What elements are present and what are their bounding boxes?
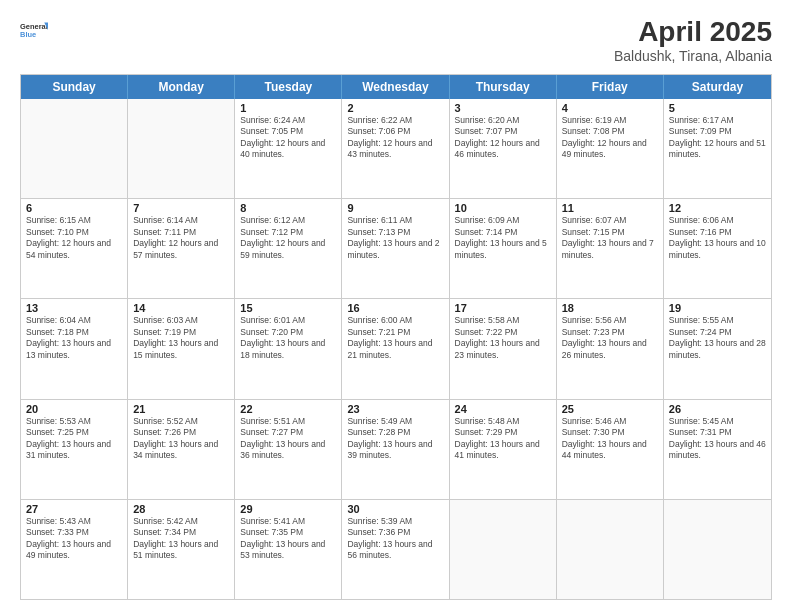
day-cell-2: 2Sunrise: 6:22 AM Sunset: 7:06 PM Daylig… [342, 99, 449, 198]
day-number: 27 [26, 503, 122, 515]
header-cell-saturday: Saturday [664, 75, 771, 99]
header-cell-friday: Friday [557, 75, 664, 99]
day-cell-15: 15Sunrise: 6:01 AM Sunset: 7:20 PM Dayli… [235, 299, 342, 398]
day-number: 26 [669, 403, 766, 415]
day-info: Sunrise: 6:04 AM Sunset: 7:18 PM Dayligh… [26, 315, 122, 361]
day-cell-empty-0-0 [21, 99, 128, 198]
day-cell-30: 30Sunrise: 5:39 AM Sunset: 7:36 PM Dayli… [342, 500, 449, 599]
day-number: 2 [347, 102, 443, 114]
day-number: 17 [455, 302, 551, 314]
calendar-row-1: 6Sunrise: 6:15 AM Sunset: 7:10 PM Daylig… [21, 198, 771, 298]
day-number: 13 [26, 302, 122, 314]
day-info: Sunrise: 5:45 AM Sunset: 7:31 PM Dayligh… [669, 416, 766, 462]
day-cell-12: 12Sunrise: 6:06 AM Sunset: 7:16 PM Dayli… [664, 199, 771, 298]
day-cell-20: 20Sunrise: 5:53 AM Sunset: 7:25 PM Dayli… [21, 400, 128, 499]
day-number: 12 [669, 202, 766, 214]
header: GeneralBlue April 2025 Baldushk, Tirana,… [20, 16, 772, 64]
day-info: Sunrise: 6:06 AM Sunset: 7:16 PM Dayligh… [669, 215, 766, 261]
day-info: Sunrise: 6:03 AM Sunset: 7:19 PM Dayligh… [133, 315, 229, 361]
day-cell-13: 13Sunrise: 6:04 AM Sunset: 7:18 PM Dayli… [21, 299, 128, 398]
day-info: Sunrise: 5:39 AM Sunset: 7:36 PM Dayligh… [347, 516, 443, 562]
day-number: 5 [669, 102, 766, 114]
day-info: Sunrise: 5:53 AM Sunset: 7:25 PM Dayligh… [26, 416, 122, 462]
day-info: Sunrise: 6:19 AM Sunset: 7:08 PM Dayligh… [562, 115, 658, 161]
day-number: 14 [133, 302, 229, 314]
day-cell-19: 19Sunrise: 5:55 AM Sunset: 7:24 PM Dayli… [664, 299, 771, 398]
day-number: 9 [347, 202, 443, 214]
day-cell-16: 16Sunrise: 6:00 AM Sunset: 7:21 PM Dayli… [342, 299, 449, 398]
day-cell-8: 8Sunrise: 6:12 AM Sunset: 7:12 PM Daylig… [235, 199, 342, 298]
calendar-row-3: 20Sunrise: 5:53 AM Sunset: 7:25 PM Dayli… [21, 399, 771, 499]
day-cell-28: 28Sunrise: 5:42 AM Sunset: 7:34 PM Dayli… [128, 500, 235, 599]
day-info: Sunrise: 5:56 AM Sunset: 7:23 PM Dayligh… [562, 315, 658, 361]
day-number: 29 [240, 503, 336, 515]
day-info: Sunrise: 6:22 AM Sunset: 7:06 PM Dayligh… [347, 115, 443, 161]
day-info: Sunrise: 5:49 AM Sunset: 7:28 PM Dayligh… [347, 416, 443, 462]
day-number: 18 [562, 302, 658, 314]
day-info: Sunrise: 5:58 AM Sunset: 7:22 PM Dayligh… [455, 315, 551, 361]
title-block: April 2025 Baldushk, Tirana, Albania [614, 16, 772, 64]
day-number: 15 [240, 302, 336, 314]
day-number: 8 [240, 202, 336, 214]
month-year: April 2025 [614, 16, 772, 48]
location: Baldushk, Tirana, Albania [614, 48, 772, 64]
header-cell-sunday: Sunday [21, 75, 128, 99]
header-cell-thursday: Thursday [450, 75, 557, 99]
day-number: 7 [133, 202, 229, 214]
day-cell-29: 29Sunrise: 5:41 AM Sunset: 7:35 PM Dayli… [235, 500, 342, 599]
day-cell-24: 24Sunrise: 5:48 AM Sunset: 7:29 PM Dayli… [450, 400, 557, 499]
day-cell-3: 3Sunrise: 6:20 AM Sunset: 7:07 PM Daylig… [450, 99, 557, 198]
day-number: 11 [562, 202, 658, 214]
day-info: Sunrise: 5:51 AM Sunset: 7:27 PM Dayligh… [240, 416, 336, 462]
day-info: Sunrise: 6:07 AM Sunset: 7:15 PM Dayligh… [562, 215, 658, 261]
day-info: Sunrise: 6:12 AM Sunset: 7:12 PM Dayligh… [240, 215, 336, 261]
day-cell-empty-0-1 [128, 99, 235, 198]
day-cell-empty-4-6 [664, 500, 771, 599]
day-number: 16 [347, 302, 443, 314]
day-cell-22: 22Sunrise: 5:51 AM Sunset: 7:27 PM Dayli… [235, 400, 342, 499]
day-number: 19 [669, 302, 766, 314]
calendar: SundayMondayTuesdayWednesdayThursdayFrid… [20, 74, 772, 600]
day-number: 30 [347, 503, 443, 515]
logo-icon: GeneralBlue [20, 16, 48, 44]
day-info: Sunrise: 5:42 AM Sunset: 7:34 PM Dayligh… [133, 516, 229, 562]
day-number: 28 [133, 503, 229, 515]
calendar-header: SundayMondayTuesdayWednesdayThursdayFrid… [21, 75, 771, 99]
day-cell-empty-4-5 [557, 500, 664, 599]
day-cell-4: 4Sunrise: 6:19 AM Sunset: 7:08 PM Daylig… [557, 99, 664, 198]
day-info: Sunrise: 6:09 AM Sunset: 7:14 PM Dayligh… [455, 215, 551, 261]
day-number: 6 [26, 202, 122, 214]
day-cell-1: 1Sunrise: 6:24 AM Sunset: 7:05 PM Daylig… [235, 99, 342, 198]
day-info: Sunrise: 5:46 AM Sunset: 7:30 PM Dayligh… [562, 416, 658, 462]
day-info: Sunrise: 6:11 AM Sunset: 7:13 PM Dayligh… [347, 215, 443, 261]
day-info: Sunrise: 6:01 AM Sunset: 7:20 PM Dayligh… [240, 315, 336, 361]
calendar-row-0: 1Sunrise: 6:24 AM Sunset: 7:05 PM Daylig… [21, 99, 771, 198]
day-number: 10 [455, 202, 551, 214]
svg-text:Blue: Blue [20, 30, 36, 39]
header-cell-tuesday: Tuesday [235, 75, 342, 99]
day-number: 24 [455, 403, 551, 415]
header-cell-monday: Monday [128, 75, 235, 99]
logo: GeneralBlue [20, 16, 48, 44]
calendar-row-4: 27Sunrise: 5:43 AM Sunset: 7:33 PM Dayli… [21, 499, 771, 599]
day-cell-18: 18Sunrise: 5:56 AM Sunset: 7:23 PM Dayli… [557, 299, 664, 398]
calendar-row-2: 13Sunrise: 6:04 AM Sunset: 7:18 PM Dayli… [21, 298, 771, 398]
day-cell-6: 6Sunrise: 6:15 AM Sunset: 7:10 PM Daylig… [21, 199, 128, 298]
day-number: 23 [347, 403, 443, 415]
header-cell-wednesday: Wednesday [342, 75, 449, 99]
day-cell-5: 5Sunrise: 6:17 AM Sunset: 7:09 PM Daylig… [664, 99, 771, 198]
day-info: Sunrise: 6:00 AM Sunset: 7:21 PM Dayligh… [347, 315, 443, 361]
day-cell-empty-4-4 [450, 500, 557, 599]
day-number: 1 [240, 102, 336, 114]
day-cell-7: 7Sunrise: 6:14 AM Sunset: 7:11 PM Daylig… [128, 199, 235, 298]
day-cell-23: 23Sunrise: 5:49 AM Sunset: 7:28 PM Dayli… [342, 400, 449, 499]
day-number: 20 [26, 403, 122, 415]
day-cell-27: 27Sunrise: 5:43 AM Sunset: 7:33 PM Dayli… [21, 500, 128, 599]
calendar-body: 1Sunrise: 6:24 AM Sunset: 7:05 PM Daylig… [21, 99, 771, 599]
day-cell-17: 17Sunrise: 5:58 AM Sunset: 7:22 PM Dayli… [450, 299, 557, 398]
day-info: Sunrise: 6:17 AM Sunset: 7:09 PM Dayligh… [669, 115, 766, 161]
day-cell-14: 14Sunrise: 6:03 AM Sunset: 7:19 PM Dayli… [128, 299, 235, 398]
day-cell-25: 25Sunrise: 5:46 AM Sunset: 7:30 PM Dayli… [557, 400, 664, 499]
day-number: 22 [240, 403, 336, 415]
day-cell-21: 21Sunrise: 5:52 AM Sunset: 7:26 PM Dayli… [128, 400, 235, 499]
